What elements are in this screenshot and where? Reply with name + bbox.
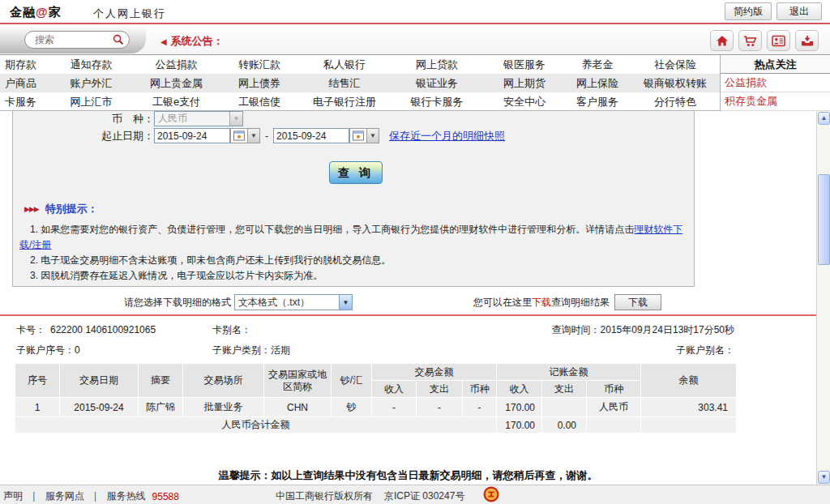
query-time: 查询时间：2015年09月24日13时17分50秒	[486, 321, 734, 339]
nav-item[interactable]: 网上保险	[564, 74, 631, 92]
date-from-input[interactable]	[154, 128, 230, 143]
sub-account-type-value: 活期	[271, 344, 290, 356]
download-format-select[interactable]: 文本格式（.txt） ▼	[234, 294, 353, 310]
logo-at-symbol: @	[36, 5, 49, 19]
nav-item[interactable]: 分行特色	[631, 92, 720, 111]
footer-link-statement[interactable]: 声明	[3, 489, 23, 503]
nav-item[interactable]: 公益捐款	[134, 55, 219, 74]
query-time-value: 2015年09月24日13时17分50秒	[601, 324, 734, 335]
nav-item[interactable]: 养老金	[564, 55, 631, 74]
download-format-label: 请您选择下载明细的格式	[122, 293, 231, 311]
currency-value: 人民币	[158, 112, 187, 126]
footer-copyright: 中国工商银行版权所有 京ICP证 030247号	[276, 489, 464, 503]
calendar-to-button[interactable]	[349, 128, 367, 143]
nav-item[interactable]: 卡服务	[0, 92, 49, 111]
nav-item[interactable]: 账户外汇	[49, 74, 134, 92]
triple-arrow-icon: ▶▶▶	[24, 205, 39, 213]
footer: 声明 ｜ 服务网点 ｜ 服务热线 95588 中国工商银行版权所有 京ICP证 …	[0, 485, 830, 504]
col-book-currency: 币种	[587, 381, 641, 398]
calendar-from-dropdown[interactable]: ▼	[248, 128, 260, 143]
currency-row: 币 种： 人民币 ▼	[78, 111, 243, 126]
col-trade-income: 收入	[372, 381, 417, 398]
footer-link-branches[interactable]: 服务网点	[45, 489, 84, 503]
nav-item[interactable]: 银行卡服务	[389, 92, 485, 111]
calendar-from-button[interactable]	[230, 128, 248, 143]
sub-account-alias-label: 子账户别名：	[486, 341, 734, 359]
quick-icons	[710, 30, 819, 51]
nav-row-3: 卡服务 网上汇市 工银e支付 工银信使 电子银行注册 银行卡服务 安全中心 客户…	[0, 92, 720, 111]
col-summary: 摘要	[139, 364, 183, 398]
nav-item[interactable]: 银证业务	[389, 74, 485, 92]
col-book-outcome: 支出	[542, 381, 587, 398]
nav-item[interactable]: 网上贵金属	[134, 74, 219, 92]
notice-item-2: 2. 电子现金交易明细不含未达账项，即未包含商户还未上传到我行的脱机交易信息。	[19, 253, 687, 268]
nav-item[interactable]: 网上期货	[485, 74, 564, 92]
nav-item[interactable]: 户商品	[0, 74, 49, 92]
sub-account-seq: 子账户序号：0	[16, 341, 80, 359]
query-button[interactable]: 查 询	[329, 161, 383, 184]
total-outcome: 0.00	[542, 417, 587, 434]
nav-item[interactable]: 私人银行	[300, 55, 389, 74]
vertical-scrollbar[interactable]: ▲ ▼	[816, 111, 830, 485]
announcement-label: 系统公告：	[171, 34, 224, 49]
red-divider	[0, 314, 816, 316]
download-button[interactable]: 下载	[614, 294, 661, 310]
nav-item[interactable]: 通知存款	[49, 55, 134, 74]
table-cell: 303.41	[641, 398, 737, 417]
scroll-down-button[interactable]: ▼	[818, 471, 830, 484]
hot-link-donation[interactable]: 公益捐款	[721, 74, 830, 92]
scroll-up-button[interactable]: ▲	[818, 112, 830, 125]
home-button[interactable]	[710, 30, 734, 51]
download-hint-post: 查询明细结果	[551, 297, 610, 308]
cart-button[interactable]	[738, 30, 762, 51]
search-input[interactable]	[35, 34, 113, 45]
nav-item[interactable]: 银医服务	[485, 55, 564, 74]
scrollbar-thumb[interactable]	[818, 174, 830, 265]
logout-button[interactable]: 退出	[777, 2, 822, 20]
nav-item[interactable]: 网上贷款	[389, 55, 485, 74]
content-area: 币 种： 人民币 ▼ 起止日期： ▼ -	[0, 111, 830, 485]
table-cell: -	[372, 398, 417, 417]
currency-label: 币 种：	[78, 112, 154, 126]
table-header-row-1: 序号 交易日期 摘要 交易场所 交易国家或地区简称 钞/汇 交易金额 记账金额 …	[15, 364, 737, 381]
contacts-button[interactable]	[767, 30, 790, 51]
calendar-to-dropdown[interactable]: ▼	[367, 128, 379, 143]
nav-item[interactable]: 社会保险	[631, 55, 720, 74]
table-cell: -	[463, 398, 497, 417]
table-cell: CHN	[264, 398, 332, 417]
nav-item[interactable]: 转账汇款	[219, 55, 300, 74]
nav-item[interactable]: 电子银行注册	[300, 92, 389, 111]
date-range-label: 起止日期：	[78, 129, 154, 143]
nav-item[interactable]: 银商银权转账	[631, 74, 720, 92]
notice-item-1: 1. 如果您需要对您的银行资产、负债进行管理，您可以下载您的当日明细，导入工商银…	[19, 222, 687, 253]
snapshot-link[interactable]: 保存近一个月的明细快照	[389, 129, 505, 143]
sub-account-type: 子账户类别：活期	[212, 341, 290, 359]
nav-item[interactable]: 期存款	[0, 55, 49, 74]
date-to-input[interactable]	[273, 128, 349, 143]
card-number-label: 卡号：	[16, 324, 45, 335]
simple-version-button[interactable]: 简约版	[725, 2, 772, 20]
special-notice: ▶▶▶ 特别提示： 1. 如果您需要对您的银行资产、负债进行管理，您可以下载您的…	[19, 202, 687, 284]
col-cash: 钞/汇	[332, 364, 372, 398]
contacts-icon	[772, 35, 785, 47]
currency-select[interactable]: 人民币 ▼	[154, 111, 243, 126]
nav-item[interactable]: 工银信使	[219, 92, 300, 111]
nav-item[interactable]: 结售汇	[300, 74, 389, 92]
nav-item[interactable]: 网上债券	[219, 74, 300, 92]
home-icon	[716, 35, 729, 47]
system-announcement: ◀ 系统公告：	[160, 34, 224, 49]
table-cell: 钞	[332, 398, 372, 417]
search-icon[interactable]	[113, 34, 124, 45]
col-place: 交易场所	[183, 364, 264, 398]
nav-item[interactable]: 工银e支付	[134, 92, 219, 111]
table-cell: 陈广锦	[139, 398, 183, 417]
hot-link-gold[interactable]: 积存贵金属	[721, 92, 830, 111]
nav-item[interactable]: 安全中心	[485, 92, 564, 111]
nav-item[interactable]: 网上汇市	[49, 92, 134, 111]
sub-account-seq-value: 0	[75, 344, 80, 356]
nav-item[interactable]: 客户服务	[564, 92, 631, 111]
total-income: 170.00	[497, 417, 542, 434]
search-box[interactable]	[24, 31, 130, 49]
inbox-button[interactable]	[795, 30, 819, 51]
logo-text-2: 家	[49, 5, 62, 19]
